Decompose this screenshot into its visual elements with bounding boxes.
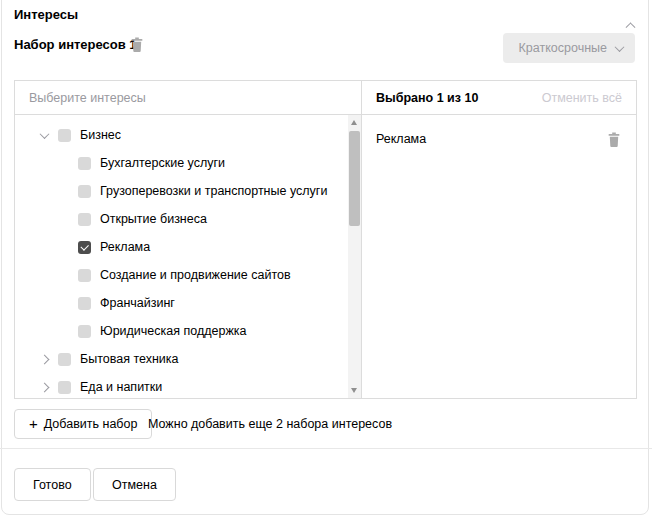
checkbox[interactable]	[78, 269, 91, 282]
checkbox[interactable]	[58, 353, 71, 366]
delete-set-trash-icon[interactable]	[130, 37, 144, 52]
tree-item-label: Реклама	[100, 240, 150, 254]
interests-tree: Бизнес Бухгалтерские услуги Грузоперевоз…	[15, 115, 361, 401]
selected-item-label: Реклама	[376, 132, 426, 146]
footer-divider	[0, 448, 652, 449]
tree-item[interactable]: Открытие бизнеса	[15, 205, 361, 233]
interests-panel: Интересы Набор интересов 1 Краткосрочные…	[0, 0, 652, 517]
done-button[interactable]: Готово	[14, 468, 91, 501]
selected-item-row: Реклама	[362, 122, 636, 156]
cancel-button[interactable]: Отмена	[93, 468, 176, 501]
selected-interests-pane: Выбрано 1 из 10 Отменить всё Реклама	[362, 81, 636, 398]
tree-pane-placeholder: Выберите интересы	[29, 91, 146, 105]
add-set-button[interactable]: + Добавить набор	[14, 409, 152, 439]
tree-item-label: Бухгалтерские услуги	[100, 156, 225, 170]
checkbox[interactable]	[58, 129, 71, 142]
chevron-right-icon[interactable]	[40, 382, 50, 392]
checkbox[interactable]	[78, 297, 91, 310]
scrollbar[interactable]	[348, 115, 361, 398]
interests-picker: Выберите интересы Бизнес Бухгалтерские у…	[14, 80, 637, 399]
checkbox[interactable]	[78, 213, 91, 226]
interest-duration-value: Краткосрочные	[519, 41, 607, 55]
selected-count: Выбрано 1 из 10	[376, 91, 478, 105]
tree-item-label: Открытие бизнеса	[100, 212, 207, 226]
tree-item-label: Бизнес	[80, 128, 121, 142]
tree-item-label: Юридическая поддержка	[100, 324, 246, 338]
chevron-up-icon	[626, 22, 636, 32]
interest-duration-dropdown[interactable]: Краткосрочные	[503, 33, 635, 63]
add-set-button-label: Добавить набор	[44, 417, 138, 431]
checkbox[interactable]	[78, 325, 91, 338]
selected-pane-header: Выбрано 1 из 10 Отменить всё	[362, 81, 636, 115]
tree-item-label: Франчайзинг	[100, 296, 175, 310]
tree-item[interactable]: Реклама	[15, 233, 361, 261]
clear-all-link[interactable]: Отменить всё	[542, 91, 622, 105]
tree-item[interactable]: Бытовая техника	[15, 345, 361, 373]
tree-item-label: Бытовая техника	[80, 352, 179, 366]
chevron-down-icon[interactable]	[40, 129, 50, 139]
chevron-down-icon	[615, 42, 625, 52]
tree-item[interactable]: Создание и продвижение сайтов	[15, 261, 361, 289]
interests-tree-pane: Выберите интересы Бизнес Бухгалтерские у…	[15, 81, 362, 398]
tree-item-label: Еда и напитки	[80, 380, 162, 394]
chevron-right-icon[interactable]	[40, 354, 50, 364]
collapse-section-control[interactable]	[627, 14, 634, 32]
plus-icon: +	[29, 416, 38, 431]
interest-set-title: Набор интересов 1	[14, 37, 137, 52]
tree-item[interactable]: Еда и напитки	[15, 373, 361, 401]
tree-item-label: Создание и продвижение сайтов	[100, 268, 291, 282]
tree-pane-header: Выберите интересы	[15, 81, 361, 115]
scrollbar-thumb[interactable]	[349, 131, 360, 226]
tree-item[interactable]: Бухгалтерские услуги	[15, 149, 361, 177]
checkbox[interactable]	[78, 157, 91, 170]
checkbox[interactable]	[78, 185, 91, 198]
tree-item[interactable]: Франчайзинг	[15, 289, 361, 317]
add-set-hint: Можно добавить еще 2 набора интересов	[148, 417, 392, 431]
scroll-up-arrow-icon[interactable]	[351, 120, 357, 125]
tree-item[interactable]: Бизнес	[15, 121, 361, 149]
tree-item[interactable]: Юридическая поддержка	[15, 317, 361, 345]
checkbox[interactable]	[58, 381, 71, 394]
tree-item[interactable]: Грузоперевозки и транспортные услуги	[15, 177, 361, 205]
remove-selected-trash-icon[interactable]	[607, 132, 621, 147]
checkbox-checked[interactable]	[78, 241, 91, 254]
tree-item-label: Грузоперевозки и транспортные услуги	[100, 184, 327, 198]
page-title: Интересы	[14, 7, 78, 22]
scroll-down-arrow-icon[interactable]	[351, 388, 357, 393]
